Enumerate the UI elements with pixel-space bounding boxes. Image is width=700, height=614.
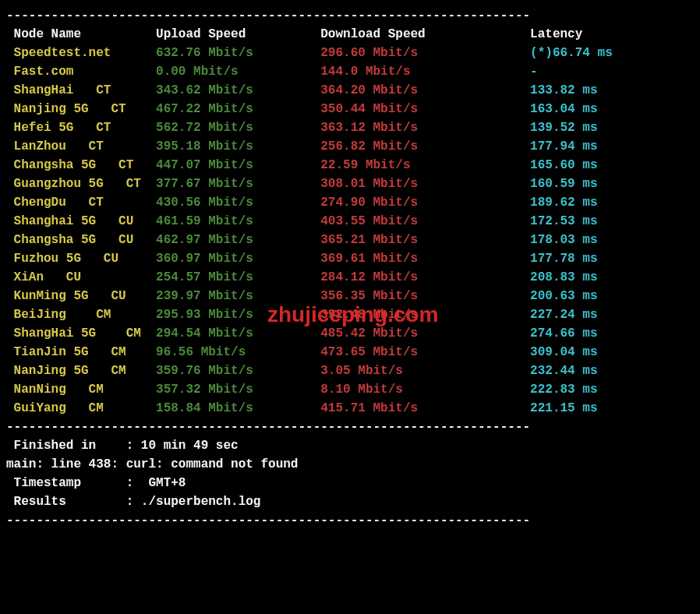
cell-upload: 294.54 Mbit/s: [156, 326, 320, 341]
cell-download: 485.42 Mbit/s: [320, 326, 530, 341]
cell-latency: 232.44 ms: [530, 364, 597, 378]
cell-upload: 467.22 Mbit/s: [156, 102, 320, 116]
table-row: Guangzhou 5G CT 377.67 Mbit/s 308.01 Mbi…: [6, 175, 694, 193]
cell-download: 392.48 Mbit/s: [320, 308, 530, 322]
cell-latency: 309.04 ms: [530, 345, 597, 359]
cell-latency: 160.59 ms: [530, 177, 597, 191]
cell-node: Nanjing 5G CT: [6, 102, 156, 116]
cell-node: KunMing 5G CU: [6, 289, 156, 303]
timestamp-value: GMT+8: [133, 476, 186, 490]
col-header-download: Download Speed: [320, 27, 530, 41]
cell-node: Fuzhou 5G CU: [6, 252, 156, 266]
cell-node: BeiJing CM: [6, 308, 156, 322]
cell-upload: 295.93 Mbit/s: [156, 308, 320, 322]
cell-download: 369.61 Mbit/s: [320, 252, 530, 266]
cell-latency: 139.52 ms: [530, 121, 597, 135]
cell-latency: 177.94 ms: [530, 139, 597, 154]
table-row: GuiYang CM 158.84 Mbit/s 415.71 Mbit/s 2…: [6, 399, 694, 418]
table-row: Shanghai 5G CU 461.59 Mbit/s 403.55 Mbit…: [6, 212, 694, 231]
table-row: Fast.com 0.00 Mbit/s 144.0 Mbit/s -: [6, 62, 694, 81]
cell-download: 22.59 Mbit/s: [320, 158, 530, 172]
cell-latency: 165.60 ms: [530, 158, 597, 172]
cell-download: 8.10 Mbit/s: [320, 383, 530, 397]
cell-latency: 172.53 ms: [530, 214, 597, 228]
cell-node: Speedtest.net: [6, 46, 156, 60]
table-row: BeiJing CM 295.93 Mbit/s 392.48 Mbit/s 2…: [6, 305, 694, 324]
table-row: Speedtest.net 632.76 Mbit/s 296.60 Mbit/…: [6, 44, 694, 62]
table-row: Hefei 5G CT 562.72 Mbit/s 363.12 Mbit/s …: [6, 118, 694, 137]
cell-upload: 430.56 Mbit/s: [156, 196, 320, 210]
table-row: LanZhou CT 395.18 Mbit/s 256.82 Mbit/s 1…: [6, 137, 694, 156]
cell-download: 284.12 Mbit/s: [320, 270, 530, 284]
table-row: Changsha 5G CU 462.97 Mbit/s 365.21 Mbit…: [6, 231, 694, 249]
table-row: XiAn CU 254.57 Mbit/s 284.12 Mbit/s 208.…: [6, 268, 694, 287]
divider: ----------------------------------------…: [6, 513, 530, 528]
cell-node: Changsha 5G CU: [6, 233, 156, 247]
cell-upload: 562.72 Mbit/s: [156, 121, 320, 135]
cell-latency: 208.83 ms: [530, 270, 597, 284]
cell-node: LanZhou CT: [6, 139, 156, 154]
timestamp-label: Timestamp :: [6, 476, 133, 490]
cell-node: ChengDu CT: [6, 196, 156, 210]
cell-download: 144.0 Mbit/s: [320, 65, 530, 79]
cell-node: GuiYang CM: [6, 401, 156, 415]
cell-download: 403.55 Mbit/s: [320, 214, 530, 228]
cell-upload: 462.97 Mbit/s: [156, 233, 320, 247]
table-row: ----------------------------------------…: [6, 511, 694, 530]
cell-latency: 274.66 ms: [530, 326, 597, 341]
table-row: main: line 438: curl: command not found: [6, 455, 694, 474]
cell-upload: 96.56 Mbit/s: [156, 345, 320, 359]
table-row: Nanjing 5G CT 467.22 Mbit/s 350.44 Mbit/…: [6, 100, 694, 118]
cell-download: 363.12 Mbit/s: [320, 121, 530, 135]
cell-node: TianJin 5G CM: [6, 345, 156, 359]
cell-latency: 222.83 ms: [530, 383, 597, 397]
results-label: Results :: [6, 495, 133, 509]
terminal-output: ----------------------------------------…: [6, 6, 694, 530]
cell-latency: 200.63 ms: [530, 289, 597, 303]
cell-download: 296.60 Mbit/s: [320, 46, 530, 60]
cell-upload: 359.76 Mbit/s: [156, 364, 320, 378]
results-value: ./superbench.log: [133, 495, 260, 509]
cell-download: 350.44 Mbit/s: [320, 102, 530, 116]
cell-node: Shanghai 5G CU: [6, 214, 156, 228]
divider: ----------------------------------------…: [6, 420, 530, 434]
cell-upload: 343.62 Mbit/s: [156, 83, 320, 97]
cell-node: Hefei 5G CT: [6, 121, 156, 135]
cell-node: ShangHai 5G CM: [6, 326, 156, 341]
finished-label: Finished in :: [6, 439, 133, 453]
col-header-latency: Latency: [530, 27, 582, 41]
cell-node: ShangHai CT: [6, 83, 156, 97]
table-row: Finished in : 10 min 49 sec: [6, 436, 694, 455]
cell-upload: 239.97 Mbit/s: [156, 289, 320, 303]
cell-node: NanJing 5G CM: [6, 364, 156, 378]
cell-download: 3.05 Mbit/s: [320, 364, 530, 378]
table-row: ----------------------------------------…: [6, 6, 694, 25]
cell-node: XiAn CU: [6, 270, 156, 284]
cell-download: 256.82 Mbit/s: [320, 139, 530, 154]
cell-node: Guangzhou 5G CT: [6, 177, 156, 191]
cell-upload: 254.57 Mbit/s: [156, 270, 320, 284]
table-row: Node Name Upload Speed Download Speed La…: [6, 25, 694, 44]
table-row: NanNing CM 357.32 Mbit/s 8.10 Mbit/s 222…: [6, 380, 694, 399]
cell-latency: 133.82 ms: [530, 83, 597, 97]
cell-latency: 163.04 ms: [530, 102, 597, 116]
table-row: Results : ./superbench.log: [6, 492, 694, 511]
cell-download: 274.90 Mbit/s: [320, 196, 530, 210]
table-row: ShangHai 5G CM 294.54 Mbit/s 485.42 Mbit…: [6, 324, 694, 343]
table-row: KunMing 5G CU 239.97 Mbit/s 356.35 Mbit/…: [6, 287, 694, 305]
cell-latency: 221.15 ms: [530, 401, 597, 415]
finished-value: 10 min 49 sec: [133, 439, 238, 453]
cell-upload: 447.07 Mbit/s: [156, 158, 320, 172]
cell-latency: 178.03 ms: [530, 233, 597, 247]
table-row: ShangHai CT 343.62 Mbit/s 364.20 Mbit/s …: [6, 81, 694, 100]
table-row: NanJing 5G CM 359.76 Mbit/s 3.05 Mbit/s …: [6, 362, 694, 380]
cell-download: 365.21 Mbit/s: [320, 233, 530, 247]
cell-upload: 0.00 Mbit/s: [156, 65, 320, 79]
table-row: Timestamp : GMT+8: [6, 474, 694, 492]
table-row: Fuzhou 5G CU 360.97 Mbit/s 369.61 Mbit/s…: [6, 249, 694, 268]
col-header-node: Node Name: [6, 27, 156, 41]
cell-upload: 632.76 Mbit/s: [156, 46, 320, 60]
cell-download: 364.20 Mbit/s: [320, 83, 530, 97]
cell-latency: 227.24 ms: [530, 308, 597, 322]
cell-latency: -: [530, 65, 538, 79]
